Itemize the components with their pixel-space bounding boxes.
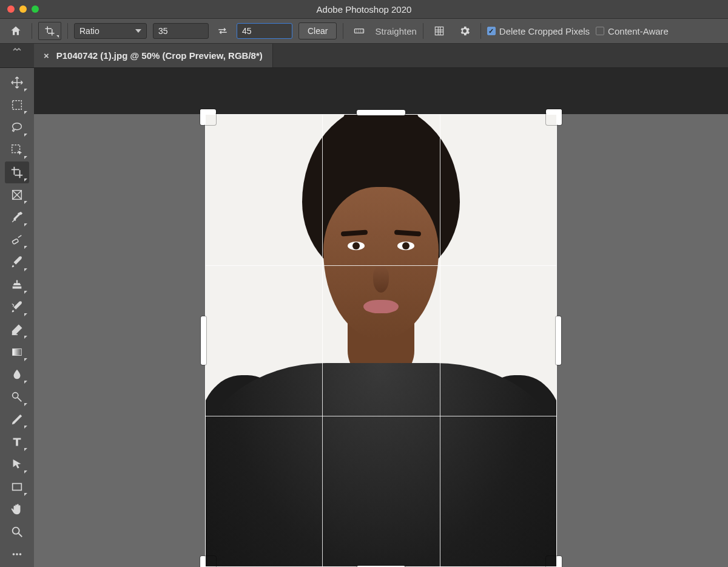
expand-panels-button[interactable] (0, 44, 34, 67)
svg-rect-1 (13, 101, 22, 110)
window-controls (0, 5, 39, 13)
eyedropper-tool[interactable] (5, 206, 29, 228)
history-brush-tool[interactable] (5, 296, 29, 318)
divider (480, 23, 481, 39)
type-tool[interactable] (5, 431, 29, 453)
crop-settings-button[interactable] (455, 21, 474, 41)
dodge-tool[interactable] (5, 386, 29, 408)
content-aware-checkbox[interactable]: Content-Aware (596, 26, 669, 36)
crop-handle-bottom-right[interactable] (546, 556, 562, 567)
crop-handle-top-left[interactable] (200, 109, 216, 125)
divider (32, 23, 32, 39)
crop-handle-right[interactable] (556, 316, 561, 365)
crop-handle-bottom-left[interactable] (200, 556, 216, 567)
chevron-down-icon (135, 29, 141, 33)
pen-tool[interactable] (5, 409, 29, 430)
crop-handle-top[interactable] (357, 110, 405, 115)
canvas-area[interactable] (34, 68, 728, 567)
swap-dimensions-button[interactable] (215, 23, 231, 39)
svg-rect-7 (13, 484, 22, 491)
path-selection-tool[interactable] (5, 453, 29, 475)
object-selection-tool[interactable] (5, 139, 29, 161)
crop-grid-line (205, 416, 557, 416)
zoom-window-button[interactable] (32, 5, 39, 13)
crop-height-input[interactable] (237, 23, 292, 39)
straighten-label[interactable]: Straighten (375, 26, 416, 36)
divider (423, 23, 423, 39)
options-bar: Ratio Clear Straighten Delete Cropped Pi… (0, 18, 728, 44)
rectangle-tool[interactable] (5, 476, 29, 498)
gradient-tool[interactable] (5, 341, 29, 363)
aspect-ratio-mode-label: Ratio (79, 26, 99, 36)
delete-cropped-pixels-checkbox[interactable]: Delete Cropped Pixels (487, 26, 590, 36)
document-tab-bar: × P1040742 (1).jpg @ 50% (Crop Preview, … (0, 44, 728, 68)
svg-point-8 (13, 528, 19, 534)
svg-point-6 (13, 393, 18, 398)
app-title: Adobe Photoshop 2020 (0, 4, 728, 15)
edit-toolbar-button[interactable] (5, 543, 29, 565)
home-button[interactable] (6, 21, 25, 41)
checkbox-icon (596, 27, 604, 35)
document-tab-label: P1040742 (1).jpg @ 50% (Crop Preview, RG… (56, 50, 263, 61)
svg-rect-0 (355, 29, 364, 33)
clone-stamp-tool[interactable] (5, 274, 29, 296)
clear-ratio-button[interactable]: Clear (298, 22, 337, 39)
minimize-window-button[interactable] (19, 5, 27, 13)
lasso-tool[interactable] (5, 117, 29, 138)
svg-rect-4 (12, 239, 19, 244)
divider (67, 23, 68, 39)
aspect-ratio-mode-select[interactable]: Ratio (74, 23, 147, 39)
eraser-tool[interactable] (5, 319, 29, 341)
crop-tool[interactable] (5, 161, 29, 183)
hand-tool[interactable] (5, 498, 29, 520)
divider (343, 23, 343, 39)
crop-grid-line (322, 114, 323, 567)
crop-handle-top-right[interactable] (546, 109, 562, 125)
delete-cropped-pixels-label: Delete Cropped Pixels (499, 26, 590, 36)
rectangular-marquee-tool[interactable] (5, 94, 29, 116)
healing-brush-tool[interactable] (5, 229, 29, 251)
brush-tool[interactable] (5, 251, 29, 273)
frame-tool[interactable] (5, 184, 29, 206)
straighten-icon[interactable] (349, 21, 369, 41)
svg-point-10 (16, 553, 18, 555)
tool-preset-picker[interactable] (38, 22, 61, 40)
crop-grid-line (440, 114, 440, 567)
document-tab[interactable]: × P1040742 (1).jpg @ 50% (Crop Preview, … (34, 44, 273, 67)
crop-handle-left[interactable] (201, 316, 206, 365)
crop-frame[interactable] (205, 114, 557, 567)
crop-grid-line (205, 265, 557, 266)
zoom-tool[interactable] (5, 521, 29, 543)
svg-point-9 (13, 553, 15, 555)
content-aware-label: Content-Aware (608, 26, 669, 36)
blur-tool[interactable] (5, 364, 29, 385)
crop-overlay-options-button[interactable] (430, 21, 449, 41)
svg-point-11 (19, 553, 22, 555)
document-image (205, 114, 557, 567)
move-tool[interactable] (5, 72, 29, 93)
crop-width-input[interactable] (153, 23, 209, 39)
close-tab-button[interactable]: × (44, 50, 49, 61)
svg-rect-5 (13, 349, 22, 356)
tools-panel (0, 68, 34, 567)
checkbox-icon (487, 27, 496, 35)
close-window-button[interactable] (7, 5, 15, 13)
window-titlebar: Adobe Photoshop 2020 (0, 0, 728, 18)
canvas-pasteboard (34, 68, 728, 114)
